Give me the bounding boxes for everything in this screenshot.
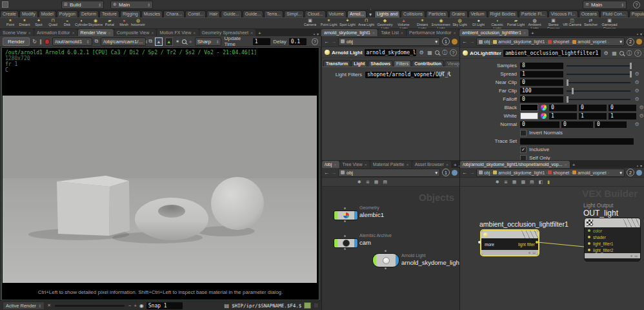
forward-icon[interactable]: → — [331, 39, 336, 45]
columns-icon[interactable]: ▤ — [530, 180, 534, 185]
color-r-field[interactable]: 0 — [549, 105, 577, 111]
node-out-light[interactable]: color shader light_filter1 light_filter2… — [584, 218, 641, 262]
shelf-tab[interactable]: Create — [0, 10, 19, 17]
node-output-connector[interactable] — [385, 267, 387, 269]
tab-menu-icon[interactable]: ✕ — [250, 30, 253, 36]
tab-menu-icon[interactable]: ✕ — [365, 162, 367, 167]
param-tab[interactable]: Transform — [323, 60, 350, 67]
breadcrumb-item[interactable]: shopnet› — [548, 170, 572, 175]
shelf-tab[interactable]: Cloud... — [305, 10, 325, 17]
shelf-tab[interactable]: Rigid Bodies — [488, 10, 518, 17]
take-selector[interactable]: ≋ Main⇕ — [583, 1, 627, 9]
inclusive-checkbox[interactable]: ✓ — [520, 147, 527, 153]
node-output-connector[interactable] — [344, 220, 346, 222]
radial-menu-selector[interactable]: ⊕ Main⇕ — [110, 1, 153, 9]
param-help-icon[interactable]: ? — [634, 50, 641, 57]
node-ambient-occlusion-lightfilter1[interactable]: more light filter ≡▭ — [480, 229, 539, 256]
pane-tab[interactable]: Scene View✕ — [0, 29, 34, 36]
link-badge[interactable]: 1 — [442, 37, 450, 45]
tools-icon[interactable]: ✱ — [357, 180, 361, 185]
pane-tab[interactable]: Composite View✕ — [114, 29, 157, 36]
input-connector-dot[interactable] — [588, 249, 590, 251]
shelf-tab[interactable]: Const... — [185, 10, 206, 17]
back-icon[interactable]: ← — [324, 39, 329, 45]
shelf-tab[interactable]: Terra... — [264, 10, 283, 17]
pane-tab[interactable]: Tree View✕ — [340, 161, 370, 168]
color-g-field[interactable]: 1 — [579, 113, 607, 119]
shelf-tab[interactable]: Fluid Con... — [600, 10, 629, 17]
param-slider[interactable] — [567, 63, 630, 69]
shelf-tool[interactable]: ◒ Disk — [60, 18, 74, 27]
white-color-swatch[interactable] — [520, 112, 538, 119]
pane-menu-icon[interactable]: ▾ — [640, 163, 642, 168]
shelf-tool[interactable]: ● Mesh — [117, 18, 131, 27]
pin-icon[interactable] — [452, 39, 458, 45]
update-time-field[interactable]: 1 — [253, 38, 270, 45]
list-icon[interactable]: ≣ — [504, 180, 508, 185]
rop-selector[interactable]: /out/arnold1⇕ — [52, 37, 92, 46]
add-shelf-tab-button[interactable]: + ▾ — [367, 9, 374, 17]
vex-network-canvas[interactable]: VEX Builder ambient_occlusion_lightfilte… — [460, 187, 644, 309]
camera-selector[interactable]: /obj/cam/cam1/...⇕ — [101, 37, 146, 46]
param-tab[interactable]: Filters — [394, 60, 411, 67]
shelf-tool[interactable]: ⇄ Switcher — [581, 18, 600, 27]
tab-menu-icon[interactable]: ✕ — [406, 162, 408, 167]
pane-menu-icon[interactable]: ▾ — [317, 32, 319, 36]
shelf-tool[interactable]: ✶ Point — [3, 18, 17, 27]
node-render-flag[interactable] — [396, 254, 399, 267]
normal-z-field[interactable]: 0 — [595, 121, 627, 128]
tab-menu-icon[interactable]: ✕ — [334, 162, 336, 167]
shelf-tab[interactable]: Populate C... — [629, 10, 644, 17]
param-value-field[interactable]: 0 — [520, 96, 563, 103]
shelf-tool[interactable]: ◍ Photometric — [131, 18, 145, 27]
node-name-field[interactable]: ambient_occlusion_lightfilter1 — [503, 50, 601, 57]
grid-icon[interactable]: ▩ — [521, 180, 525, 185]
breadcrumb-item[interactable]: arnold_skydome_light1› — [493, 170, 547, 175]
clear-icon[interactable]: ✕ — [47, 303, 51, 308]
breadcrumb-item[interactable]: shopnet› — [548, 39, 572, 44]
pane-tab[interactable]: Render View✕ — [78, 29, 114, 36]
pane-tab[interactable]: /obj✕ — [322, 161, 339, 168]
param-slider[interactable] — [567, 96, 630, 103]
info-icon[interactable]: ⓘ — [626, 50, 632, 57]
input-connector-dot[interactable] — [588, 242, 590, 245]
node-path-selector[interactable]: obj› arnold_skydome_light1› shopnet› arn… — [476, 37, 625, 46]
shelf-tool[interactable]: ✦ Spot Light — [338, 18, 357, 27]
shelf-tool[interactable]: ◍ Sky Light — [450, 18, 469, 27]
back-icon[interactable]: ← — [462, 39, 467, 45]
shelf-tab[interactable]: Guide... — [243, 10, 264, 17]
param-gear-icon[interactable]: ⚙ — [634, 121, 640, 127]
node-output-connector[interactable] — [344, 248, 346, 250]
pane-tab[interactable]: Take List✕ — [378, 29, 406, 36]
shelf-tab[interactable]: Guide... — [221, 10, 242, 17]
param-gear-icon[interactable]: ⚙ — [634, 71, 640, 77]
link-badge[interactable]: 1 — [442, 169, 450, 176]
shelf-tab[interactable]: Texture — [99, 10, 119, 17]
shelf-tool[interactable]: ▰ Portal Light — [507, 18, 525, 27]
node-input-row[interactable]: shader — [585, 234, 640, 240]
tab-menu-icon[interactable]: ✕ — [193, 30, 196, 36]
render-viewport[interactable]: /out/arnold1 Arnold 6.0.2.1 [CPU] Ca3 / … — [1, 47, 319, 300]
tab-menu-icon[interactable]: ✕ — [151, 30, 154, 36]
new-pane-tab-button[interactable]: + — [256, 30, 263, 36]
shelf-tool[interactable]: ▣ Camera — [301, 18, 319, 27]
light-filters-field[interactable]: shopnet/arnold_vopnet/OUT_l — [365, 72, 439, 78]
shelf-tool[interactable]: ⊓ Quad — [46, 18, 60, 27]
shelf-tool[interactable]: ◉ Skydome — [88, 18, 103, 27]
shelf-tab[interactable]: Oceans — [579, 10, 599, 17]
zoom-in-icon[interactable]: + — [134, 303, 136, 309]
snapshot-save-path[interactable]: $HIP/ipr/$SNAPNAME.$F4.$ — [232, 303, 301, 309]
breadcrumb-item[interactable]: obj› — [479, 170, 492, 175]
pane-maximize-icon[interactable]: ▪ — [637, 32, 638, 36]
input-connector-dot[interactable] — [588, 236, 590, 238]
search-icon[interactable] — [619, 51, 624, 56]
node-input-row[interactable]: light_filter1 — [585, 240, 640, 247]
color-wheel-icon[interactable] — [541, 113, 547, 119]
pane-tab[interactable]: /obj/arnold_skydome_light1/shopnet/arnol… — [460, 161, 570, 168]
jump-to-operator-icon[interactable]: ⇱ — [446, 72, 452, 78]
tab-menu-icon[interactable]: ✕ — [446, 162, 448, 167]
shelf-tab[interactable]: Particle Fl... — [519, 10, 548, 17]
new-pane-tab-button[interactable]: + — [529, 30, 536, 36]
renderview-help-icon[interactable]: ? — [312, 38, 318, 45]
param-tab[interactable]: Viewport — [445, 60, 459, 67]
